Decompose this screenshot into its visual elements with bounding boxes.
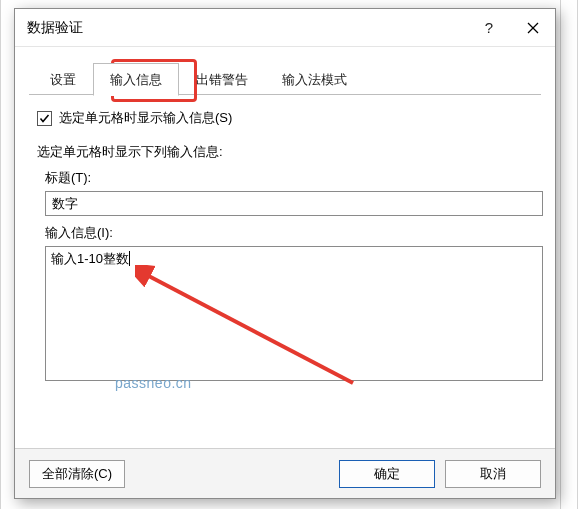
- dialog-footer: 全部清除(C) 确定 取消: [15, 448, 555, 498]
- tab-settings[interactable]: 设置: [33, 63, 93, 95]
- clear-all-button[interactable]: 全部清除(C): [29, 460, 125, 488]
- message-field-label: 输入信息(I):: [45, 224, 533, 242]
- check-icon: [39, 113, 50, 124]
- help-icon: ?: [485, 19, 493, 36]
- data-validation-dialog: 数据验证 ? 设置 输入信息 出错警告 输入法模式 选定单元格时显示输入信息(S…: [14, 8, 556, 499]
- dialog-titlebar: 数据验证 ?: [15, 9, 555, 47]
- tab-input-message[interactable]: 输入信息: [93, 63, 179, 96]
- show-input-checkbox-label: 选定单元格时显示输入信息(S): [59, 109, 232, 127]
- close-icon: [527, 22, 539, 34]
- section-label: 选定单元格时显示下列输入信息:: [37, 143, 533, 161]
- tab-ime-mode[interactable]: 输入法模式: [265, 63, 364, 95]
- title-field-label: 标题(T):: [45, 169, 533, 187]
- tab-bar: 设置 输入信息 出错警告 输入法模式: [15, 59, 555, 95]
- watermark: passneo.cn: [115, 375, 192, 391]
- dialog-title: 数据验证: [27, 19, 467, 37]
- title-input[interactable]: [45, 191, 543, 216]
- tab-error-alert[interactable]: 出错警告: [179, 63, 265, 95]
- show-input-checkbox-row[interactable]: 选定单元格时显示输入信息(S): [37, 109, 533, 127]
- message-textarea[interactable]: [45, 246, 543, 381]
- cancel-button[interactable]: 取消: [445, 460, 541, 488]
- ok-button[interactable]: 确定: [339, 460, 435, 488]
- dialog-content: 选定单元格时显示输入信息(S) 选定单元格时显示下列输入信息: 标题(T): 输…: [15, 95, 555, 448]
- help-button[interactable]: ?: [467, 9, 511, 47]
- show-input-checkbox[interactable]: [37, 111, 52, 126]
- close-button[interactable]: [511, 9, 555, 47]
